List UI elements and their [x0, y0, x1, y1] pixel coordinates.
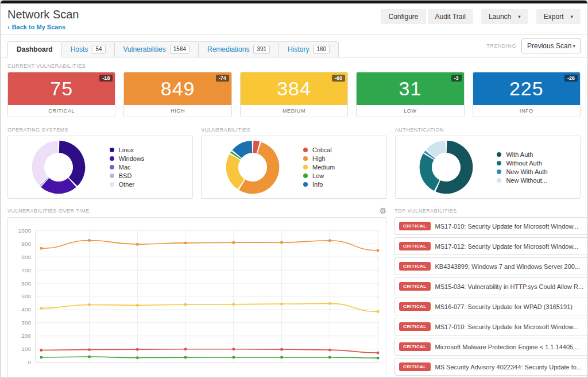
donut-chart: [417, 138, 475, 196]
severity-card-high[interactable]: -74849HIGH: [123, 72, 231, 117]
legend-dot-icon: [497, 152, 501, 157]
vulnerability-row[interactable]: CRITICALMS17-012: Security Update for Mi…: [394, 237, 588, 255]
donut-panel-authentication: AUTHENTICATIONWith AuthWithout AuthNew W…: [395, 126, 581, 199]
data-point-low[interactable]: [233, 356, 235, 358]
configure-button[interactable]: Configure: [381, 9, 425, 24]
data-point-critical[interactable]: [328, 349, 331, 351]
series-line-low: [41, 357, 378, 358]
severity-count: 225: [509, 78, 544, 100]
data-point-critical[interactable]: [233, 348, 235, 350]
severity-card-medium[interactable]: -60384MEDIUM: [240, 72, 348, 117]
donut-slice-linux[interactable]: [59, 141, 86, 186]
data-point-medium[interactable]: [377, 310, 379, 313]
data-point-low[interactable]: [136, 356, 138, 358]
vulnerability-row[interactable]: CRITICALMicrosoft Malware Protection Eng…: [394, 338, 588, 356]
data-point-low[interactable]: [377, 357, 379, 359]
legend-label: Low: [312, 172, 324, 179]
donut-slice-other[interactable]: [32, 141, 59, 185]
data-point-medium[interactable]: [233, 303, 235, 306]
data-point-low[interactable]: [328, 356, 331, 358]
legend-item: Windows: [110, 155, 189, 162]
data-point-medium[interactable]: [184, 303, 187, 306]
audit-trail-button[interactable]: Audit Trail: [428, 9, 473, 24]
tab-hosts[interactable]: Hosts54: [61, 41, 115, 57]
back-link[interactable]: ‹Back to My Scans: [7, 23, 65, 31]
legend-dot-icon: [110, 156, 114, 161]
data-point-critical[interactable]: [280, 348, 283, 350]
vulnerability-title: MS Security Advisory 4022344: Security U…: [435, 364, 584, 371]
data-point-critical[interactable]: [40, 349, 42, 351]
tab-vulnerabilities[interactable]: Vulnerabilities1564: [114, 41, 199, 57]
trend-delta-badge: -26: [564, 75, 578, 82]
donut-slice-windows[interactable]: [41, 178, 76, 194]
series-line-critical: [41, 349, 378, 353]
data-point-low[interactable]: [280, 356, 283, 358]
severity-card-low[interactable]: -331LOW: [356, 72, 464, 117]
donut-chart-wrap: [8, 138, 110, 196]
launch-button[interactable]: Launch▾: [481, 9, 528, 24]
legend-label: High: [312, 155, 326, 162]
trend-delta-badge: -60: [332, 75, 345, 82]
legend-dot-icon: [303, 156, 308, 161]
y-axis-tick-label: 200: [21, 333, 31, 339]
donut-slice-without-auth[interactable]: [420, 153, 440, 191]
data-point-high[interactable]: [40, 247, 42, 249]
app-window: Network Scan ‹Back to My Scans Configure…: [0, 0, 588, 378]
data-point-high[interactable]: [233, 241, 235, 244]
vulnerability-row[interactable]: CRITICALMS17-010: Security Update for Mi…: [394, 217, 588, 235]
donut-chart: [223, 138, 282, 196]
data-point-critical[interactable]: [377, 352, 379, 354]
donut-slice-medium[interactable]: [226, 154, 244, 189]
data-point-critical[interactable]: [88, 348, 90, 350]
vulnerability-row[interactable]: CRITICALMS16-077: Security Update for WP…: [394, 298, 588, 315]
vulnerability-row[interactable]: CRITICALMS17-010: Security Update for Mi…: [394, 318, 588, 335]
data-point-medium[interactable]: [40, 307, 42, 309]
severity-card-info[interactable]: -26225INFO: [473, 72, 581, 117]
trending-control: TRENDING Previous Scan ▾: [486, 38, 581, 53]
severity-card-critical[interactable]: -1875CRITICAL: [7, 72, 115, 117]
donut-panel-title: VULNERABILITIES: [201, 126, 386, 133]
tab-history[interactable]: History160: [278, 41, 339, 57]
legend-item: Info: [303, 181, 383, 188]
vulnerability-row[interactable]: CRITICALKB4343899: Windows 7 and Windows…: [394, 257, 588, 275]
top-vulns-label-row: TOP VULNERABILITIES: [394, 207, 588, 215]
vulnerability-title: MS17-010: Security Update for Microsoft …: [435, 323, 584, 330]
data-point-critical[interactable]: [184, 348, 187, 350]
severity-count: 384: [277, 78, 311, 100]
data-point-medium[interactable]: [328, 302, 331, 304]
donut-panel-body: With AuthWithout AuthNew With AuthNew Wi…: [395, 136, 581, 199]
vulnerability-row[interactable]: CRITICALMS15-034: Vulnerability in HTTP.…: [394, 277, 588, 295]
data-point-high[interactable]: [280, 241, 283, 244]
legend-dot-icon: [497, 178, 501, 183]
trending-select[interactable]: Previous Scan ▾: [521, 38, 581, 53]
vulnerability-row[interactable]: CRITICALMS Security Advisory 4022344: Se…: [394, 358, 588, 376]
severity-count: 75: [50, 78, 73, 100]
data-point-medium[interactable]: [88, 303, 90, 306]
data-point-high[interactable]: [136, 243, 138, 245]
export-button[interactable]: Export▾: [536, 9, 581, 24]
top-vulnerabilities-title: TOP VULNERABILITIES: [394, 207, 457, 214]
tab-remediations[interactable]: Remediations391: [198, 41, 279, 57]
vot-label-row: VULNERABILITIES OVER TIME ⚙: [7, 207, 386, 215]
data-point-critical[interactable]: [136, 348, 138, 350]
data-point-medium[interactable]: [136, 304, 138, 306]
y-axis-tick-label: 100: [21, 346, 31, 352]
vulnerability-title: MS15-034: Vulnerability in HTTP.sys Coul…: [435, 283, 584, 290]
data-point-high[interactable]: [184, 242, 187, 244]
data-point-high[interactable]: [328, 240, 331, 242]
data-point-medium[interactable]: [280, 303, 283, 305]
data-point-low[interactable]: [88, 356, 90, 358]
legend-item: Other: [110, 181, 189, 188]
gear-icon[interactable]: ⚙: [379, 207, 386, 215]
y-axis-tick-label: 0: [28, 359, 31, 365]
data-point-high[interactable]: [88, 239, 90, 241]
severity-card-top: -74849: [124, 72, 231, 105]
legend-item: Mac: [110, 164, 189, 171]
severity-card-label: MEDIUM: [241, 105, 347, 117]
data-point-high[interactable]: [377, 249, 379, 252]
vot-title: VULNERABILITIES OVER TIME: [7, 207, 90, 214]
button-label: Export: [544, 13, 564, 21]
data-point-low[interactable]: [184, 356, 187, 358]
data-point-low[interactable]: [40, 356, 42, 358]
tab-dashboard[interactable]: Dashboard: [7, 41, 62, 57]
